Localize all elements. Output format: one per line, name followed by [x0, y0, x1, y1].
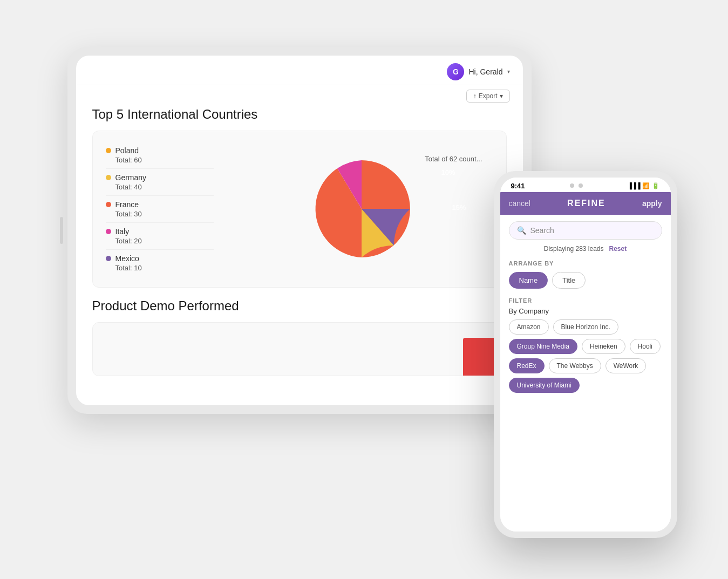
germany-name: Germany — [115, 173, 147, 182]
search-icon: 🔍 — [517, 226, 526, 235]
search-bar[interactable]: 🔍 Search — [509, 221, 662, 240]
status-bar: 9:41 ▐▐▐ 📶 🔋 — [500, 178, 671, 192]
status-icons: ▐▐▐ 📶 🔋 — [628, 182, 659, 189]
chart-legend: Poland Total: 60 Germany Total: 40 — [106, 142, 214, 276]
pie-chart-svg — [308, 155, 416, 263]
section2: Product Demo Performed — [92, 298, 507, 376]
tablet-side-button — [60, 217, 63, 244]
chart-card-countries: Poland Total: 60 Germany Total: 40 — [92, 131, 507, 288]
tablet-device: G Hi, Gerald ▾ ↑ Export ▾ Top 5 Internat… — [67, 47, 532, 414]
chip-blue-horizon[interactable]: Blue Horizon Inc. — [553, 319, 618, 335]
france-dot — [106, 202, 111, 207]
tablet-header: G Hi, Gerald ▾ — [76, 56, 523, 85]
wifi-icon: 📶 — [642, 182, 650, 189]
chart-card-demo — [92, 322, 507, 376]
chip-webbys[interactable]: The Webbys — [549, 358, 601, 373]
scene: G Hi, Gerald ▾ ↑ Export ▾ Top 5 Internat… — [40, 31, 688, 549]
user-info[interactable]: G Hi, Gerald ▾ — [447, 63, 509, 80]
by-company-label: By Company — [509, 307, 662, 315]
notch-dot-2 — [579, 183, 583, 188]
reset-button[interactable]: Reset — [609, 245, 627, 253]
italy-dot — [106, 229, 111, 234]
arrange-title-button[interactable]: Title — [552, 272, 586, 289]
chart-total-label: Total of 62 count... — [425, 155, 482, 163]
export-label: Export — [479, 92, 498, 100]
status-time: 9:41 — [511, 182, 525, 190]
legend-item-germany: Germany Total: 40 — [106, 169, 214, 196]
signal-icon: ▐▐▐ — [628, 182, 640, 189]
tablet-screen: G Hi, Gerald ▾ ↑ Export ▾ Top 5 Internat… — [76, 56, 523, 405]
tablet-content: Top 5 International Countries Poland Tot… — [76, 107, 523, 376]
chip-heineken[interactable]: Heineken — [582, 339, 625, 354]
filter-label: FILTER — [509, 297, 662, 304]
chevron-down-icon: ▾ — [507, 69, 510, 74]
phone-body: 🔍 Search Displaying 283 leads Reset ARRA… — [500, 215, 671, 532]
chip-hooli[interactable]: Hooli — [630, 339, 661, 354]
chip-university-miami[interactable]: University of Miami — [509, 378, 580, 393]
export-button[interactable]: ↑ Export ▾ — [466, 90, 510, 103]
chip-redex[interactable]: RedEx — [509, 358, 545, 373]
legend-item-france: France Total: 30 — [106, 196, 214, 223]
avatar: G — [447, 63, 464, 80]
phone-screen: 9:41 ▐▐▐ 📶 🔋 cancel REFINE apply — [500, 178, 671, 532]
france-total: Total: 30 — [115, 210, 214, 218]
greeting-text: Hi, Gerald — [468, 67, 502, 76]
pie-label-15: 15% — [452, 203, 466, 212]
search-placeholder: Search — [530, 226, 554, 235]
company-chips: Amazon Blue Horizon Inc. Group Nine Medi… — [509, 319, 662, 393]
mexico-total: Total: 10 — [115, 264, 214, 272]
mexico-name: Mexico — [115, 254, 139, 263]
poland-name: Poland — [115, 146, 139, 155]
chip-amazon[interactable]: Amazon — [509, 319, 549, 335]
red-bar — [463, 338, 495, 376]
phone-refine-header: cancel REFINE apply — [500, 192, 671, 215]
legend-item-poland: Poland Total: 60 — [106, 142, 214, 169]
arrange-by-label: ARRANGE BY — [509, 260, 662, 267]
chip-group-nine[interactable]: Group Nine Media — [509, 339, 577, 354]
arrange-buttons: Name Title — [509, 272, 662, 289]
notch-dot-1 — [570, 183, 574, 188]
germany-total: Total: 40 — [115, 183, 214, 191]
refine-title: REFINE — [567, 199, 605, 208]
phone-device: 9:41 ▐▐▐ 📶 🔋 cancel REFINE apply — [494, 171, 677, 538]
tablet-toolbar: ↑ Export ▾ — [76, 85, 523, 107]
legend-item-italy: Italy Total: 20 — [106, 223, 214, 250]
poland-dot — [106, 148, 111, 153]
chip-wework[interactable]: WeWork — [605, 358, 647, 373]
italy-name: Italy — [115, 227, 130, 236]
notch — [570, 182, 583, 189]
pie-label-10: 10% — [441, 168, 455, 176]
poland-total: Total: 60 — [115, 156, 214, 164]
section1-title: Top 5 International Countries — [92, 107, 507, 122]
france-name: France — [115, 200, 139, 209]
pie-chart-area: Total of 62 count... 10% — [230, 149, 493, 268]
section2-title: Product Demo Performed — [92, 298, 507, 314]
arrange-name-button[interactable]: Name — [509, 272, 548, 289]
leads-count: Displaying 283 leads — [544, 245, 604, 253]
leads-info: Displaying 283 leads Reset — [509, 245, 662, 253]
legend-item-mexico: Mexico Total: 10 — [106, 250, 214, 276]
export-icon: ↑ — [473, 92, 477, 100]
cancel-button[interactable]: cancel — [509, 199, 530, 208]
export-chevron-icon: ▾ — [500, 92, 503, 100]
mexico-dot — [106, 256, 111, 261]
apply-button[interactable]: apply — [642, 199, 662, 208]
germany-dot — [106, 175, 111, 180]
battery-icon: 🔋 — [652, 182, 659, 189]
italy-total: Total: 20 — [115, 237, 214, 245]
